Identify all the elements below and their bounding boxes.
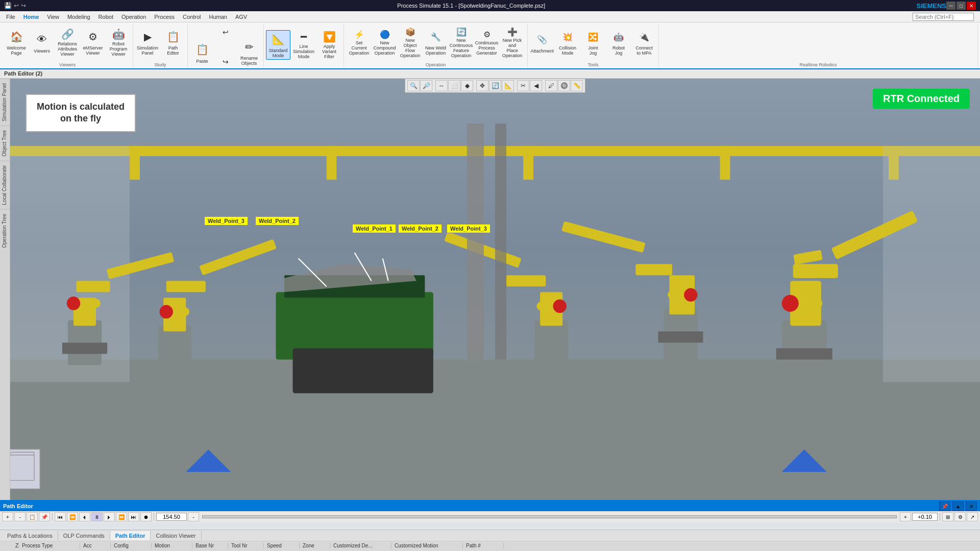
collision-mode-button[interactable]: 💥 CollisionMode [555, 28, 580, 57]
new-compound-button[interactable]: 🔵 New CompoundOperation [373, 28, 397, 57]
paths-locations-tab[interactable]: Paths & Locations [2, 531, 58, 540]
menu-bar: File Home View Modeling Robot Operation … [0, 11, 980, 22]
new-pick-place-button[interactable]: ➕ New Pick andPlace Operation [500, 28, 525, 57]
new-continuous-button[interactable]: 🔄 New ContinuousFeature Operation [449, 28, 474, 57]
redo-button[interactable]: ↪ [215, 53, 236, 82]
view-button[interactable]: 🔄 [489, 80, 501, 91]
minimize-button[interactable]: ─ [946, 2, 955, 10]
pe-copy-button[interactable]: 📋 [27, 512, 38, 521]
maximize-button[interactable]: □ [957, 2, 966, 10]
welcome-page-button[interactable]: 🏠 WelcomePage [4, 28, 29, 57]
menu-process[interactable]: Process [150, 13, 179, 21]
viewers-button[interactable]: 👁 Viewers [30, 28, 54, 57]
3d-viewport[interactable]: Left 🔍 🔎 ↔ ⬜ ◆ ✥ 🔄 📐 ✂ [10, 79, 980, 500]
pe-pin-button[interactable]: 📌 [939, 502, 950, 511]
new-weld-button[interactable]: 🔧 New WeldOperation [424, 28, 448, 57]
new-object-flow-button[interactable]: 📦 New ObjectFlow Operation [398, 28, 423, 57]
paste-button[interactable]: 📋 Paste [190, 38, 214, 67]
emserver-button[interactable]: ⚙ eMServerViewer [81, 28, 105, 57]
path-editor-controls: + - 📋 📌 ⏮ ⏪ ⏴ ⏸ ⏵ ⏩ ⏭ ⏺ 154.50 - + +0.10… [0, 511, 980, 522]
ruler-button[interactable]: 📏 [571, 80, 583, 91]
zoom-in-button[interactable]: 🔍 [407, 80, 420, 91]
pen-button[interactable]: 🖊 [545, 80, 557, 91]
pe-pause-button[interactable]: ⏸ [91, 512, 103, 521]
search-input[interactable] [913, 13, 974, 21]
operation-tree-tab[interactable]: Operation Tree [0, 209, 10, 252]
simulation-panel-tab[interactable]: Simulation Panel [0, 79, 10, 126]
menu-modeling[interactable]: Modeling [63, 13, 94, 21]
pe-prev-button[interactable]: ⏴ [79, 512, 90, 521]
pe-add-button[interactable]: + [2, 512, 13, 521]
pe-plus-button[interactable]: + [900, 512, 911, 521]
svg-point-51 [811, 298, 822, 309]
back-button[interactable]: ◀ [530, 80, 542, 91]
undo-button[interactable]: ↩ [215, 23, 236, 52]
standard-mode-button[interactable]: 📐 StandardMode [266, 30, 290, 60]
continuous-process-button[interactable]: ⚙ ContinuousProcess Generator [475, 28, 499, 57]
target-button[interactable]: 🔘 [558, 80, 570, 91]
zoom-out-button[interactable]: 🔎 [420, 80, 432, 91]
collision-viewer-tab[interactable]: Collision Viewer [151, 531, 201, 540]
pe-paste-button[interactable]: 📌 [39, 512, 50, 521]
tools-buttons: 📎 Attachment 💥 CollisionMode 🔀 JointJog … [530, 23, 656, 61]
weld-point-label-2: Weld_Point_2 [255, 216, 299, 226]
pe-close-button[interactable]: ✕ [966, 502, 977, 511]
connect-mpa-button[interactable]: 🔌 Connectto MPA [632, 28, 656, 57]
snap-button[interactable]: ✥ [476, 80, 488, 91]
robot-jog-button[interactable]: 🤖 RobotJog [606, 28, 631, 57]
select-button[interactable]: ⬜ [448, 80, 460, 91]
menu-home[interactable]: Home [19, 13, 43, 21]
joint-jog-button[interactable]: 🔀 JointJog [581, 28, 605, 57]
measure-button[interactable]: 📐 [502, 80, 514, 91]
path-editor-tab[interactable]: Path Editor [110, 531, 151, 540]
path-editor-button[interactable]: 📋 PathEditor [161, 28, 185, 57]
pe-play-button[interactable]: ⏵ [104, 512, 115, 521]
path-editor-title-controls: 📌 ▲ ✕ [939, 502, 977, 511]
cut-button[interactable]: ✂ [517, 80, 529, 91]
set-current-operation-button[interactable]: ⚡ Set CurrentOperation [347, 28, 372, 57]
menu-view[interactable]: View [43, 13, 63, 21]
pe-step-back-button[interactable]: ⏪ [67, 512, 78, 521]
rotate-button[interactable]: ◆ [461, 80, 473, 91]
menu-agv[interactable]: AGV [231, 13, 251, 21]
pe-next-button[interactable]: ⏩ [116, 512, 127, 521]
olp-commands-tab[interactable]: OLP Commands [58, 531, 110, 540]
relations-button[interactable]: 🔗 RelationsAttributesViewer [55, 28, 80, 57]
svg-point-25 [180, 307, 189, 316]
attachment-icon: 📎 [534, 31, 550, 47]
attachment-button[interactable]: 📎 Attachment [530, 28, 554, 57]
robot-program-button[interactable]: 🤖 RobotProgramViewer [106, 28, 131, 57]
robot-program-icon: 🤖 [110, 28, 127, 40]
pe-expand-button[interactable]: ▲ [952, 502, 964, 511]
pick-place-icon: ➕ [504, 27, 521, 37]
window-controls[interactable]: ─ □ ✕ [946, 2, 976, 10]
fit-button[interactable]: ↔ [435, 80, 448, 91]
ribbon-group-viewers: 🏠 WelcomePage 👁 Viewers 🔗 RelationsAttri… [2, 23, 133, 67]
local-collaborate-tab[interactable]: Local Collaborate [0, 161, 10, 209]
pe-rewind-button[interactable]: ⏮ [55, 512, 66, 521]
pe-time-display: 154.50 [156, 513, 187, 521]
menu-operation[interactable]: Operation [117, 13, 150, 21]
menu-robot[interactable]: Robot [94, 13, 117, 21]
pe-settings-button[interactable]: ⚙ [954, 512, 966, 521]
apply-variant-filter-button[interactable]: 🔽 ApplyVariantFilter [317, 30, 341, 60]
pe-timeline-slider[interactable] [202, 515, 897, 518]
menu-file[interactable]: File [2, 13, 19, 21]
rename-button[interactable]: ✏ RenameObjects [237, 38, 261, 67]
pe-speed-display: +0.10 [912, 513, 938, 521]
pe-grid-button[interactable]: ⊞ [942, 512, 953, 521]
close-button[interactable]: ✕ [967, 2, 976, 10]
svg-rect-34 [506, 275, 546, 286]
pe-end-button[interactable]: ⏭ [128, 512, 139, 521]
pe-export-button[interactable]: ↗ [967, 512, 978, 521]
line-simulation-button[interactable]: ━ LineSimulationMode [291, 30, 316, 60]
pe-del-button[interactable]: - [14, 512, 26, 521]
object-tree-tab[interactable]: Object Tree [0, 126, 10, 161]
menu-human[interactable]: Human [205, 13, 231, 21]
pe-minus-button[interactable]: - [188, 512, 199, 521]
simulation-panel-button[interactable]: ▶ SimulationPanel [135, 28, 160, 57]
menu-control[interactable]: Control [179, 13, 205, 21]
svg-point-24 [160, 305, 173, 318]
pe-record-button[interactable]: ⏺ [140, 512, 152, 521]
svg-rect-46 [776, 348, 832, 360]
